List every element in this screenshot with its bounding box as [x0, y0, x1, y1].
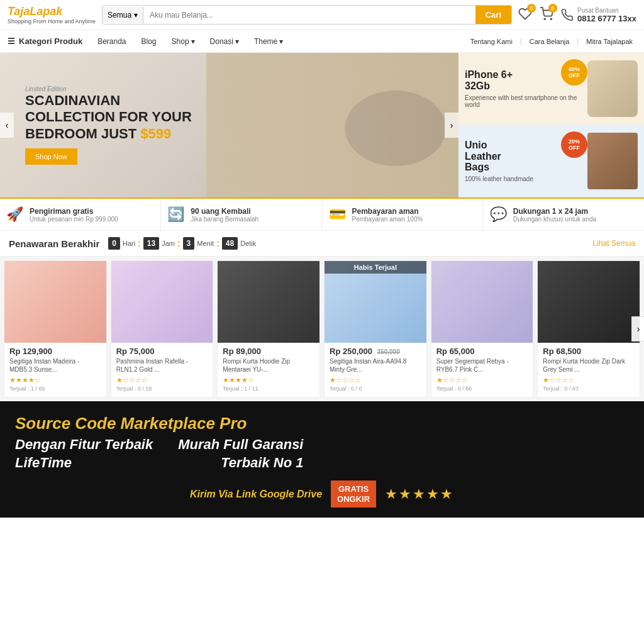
nav-theme[interactable]: Theme ▾ — [247, 37, 291, 46]
nav-right-links: Tentang Kami | Cara Belanja | Mitra Taja… — [467, 38, 636, 45]
nav-mitra[interactable]: Mitra Tajalapak — [582, 38, 636, 45]
feature-payment-text: Pembayaran aman Pembayaran aman 100% — [352, 207, 423, 223]
phone-number: 0812 6777 13xx — [577, 14, 636, 23]
lihat-semua-link[interactable]: Lihat Semua — [593, 239, 635, 248]
product-card-0[interactable]: Rp 129,900 Segitiga Instan Madeira - MDB… — [4, 260, 107, 397]
bags-badge: 20% OFF — [561, 131, 587, 158]
deals-title: Penawaran Berakhir — [9, 238, 99, 249]
header-icons: 0 6 Pusat Bantuan 0812 6777 13xx — [518, 7, 636, 23]
nav-tentang[interactable]: Tentang Kami — [467, 38, 516, 45]
product-sold-5: Terjual : 0 / 87 — [538, 384, 640, 392]
hero-title: SCADINAVIAN COLLECTION FOR YOUR BEDROOM … — [25, 92, 192, 142]
product-card-1[interactable]: Rp 75,000 Pashmina Instan Rafella - RLN1… — [111, 260, 214, 397]
logo-tagline: Shopping From Home and Anytime — [8, 18, 96, 25]
nav-cara-belanja[interactable]: Cara Belanja — [526, 38, 574, 45]
feature-shipping-sub: Untuk pesanan min Rp 999.000 — [30, 216, 118, 223]
chat-icon: 💬 — [490, 206, 507, 223]
product-stars-2: ★★★★☆ — [218, 374, 319, 384]
nav-links: Beranda Blog Shop ▾ Donasi ▾ Theme ▾ — [90, 37, 467, 46]
feature-support-sub: Dukungan khusus untuk anda — [513, 216, 596, 223]
feature-shipping-text: Pengiriman gratis Untuk pesanan min Rp 9… — [30, 207, 118, 223]
rocket-icon: 🚀 — [6, 206, 23, 223]
countdown-timer: 0 Hari : 13 Jam : 3 Menit : 48 Detik — [108, 237, 256, 250]
chevron-shop: ▾ — [191, 37, 195, 46]
svg-point-0 — [544, 18, 545, 19]
refresh-icon: 🔄 — [167, 206, 184, 223]
search-button[interactable]: Cari — [475, 6, 511, 24]
kategori-produk-btn[interactable]: ☰ Kategori Produk — [8, 36, 90, 46]
nav-shop[interactable]: Shop ▾ — [164, 37, 203, 46]
slider-next-button[interactable]: › — [445, 113, 458, 138]
habis-terjual-badge: Habis Terjual — [325, 261, 426, 274]
product-img-inner-0 — [4, 261, 106, 343]
bags-image — [587, 133, 638, 189]
bottom-promo-section: Source Code Marketplace Pro Dengan Fitur… — [0, 401, 644, 518]
product-sold-2: Terjual : 1 / 11 — [218, 384, 319, 392]
side-banner-bags[interactable]: UnioLeatherBags 100% leather handmade 20… — [458, 125, 644, 197]
product-card-5[interactable]: Rp 68,500 Rompi Kurta Hoodie Zip Dark Gr… — [537, 260, 640, 397]
promo-sub-right: Murah Full Garansi Terbaik No 1 — [178, 436, 303, 472]
product-img-5 — [538, 261, 640, 343]
search-category-dropdown[interactable]: Semua ▾ — [103, 7, 143, 23]
svg-point-1 — [550, 18, 552, 19]
product-name-4: Super Segiempat Rebya - RYB6.7 Pink C... — [431, 357, 533, 374]
gratis-ongkir-badge: GRATIS ONGKIR — [331, 480, 376, 508]
product-card-2[interactable]: Rp 89,000 Rompi Kurta Hoodie Zip Mentara… — [217, 260, 320, 397]
feature-return: 🔄 90 uang Kembali Jika barang Bermasalah — [161, 199, 322, 230]
nav-beranda[interactable]: Beranda — [90, 37, 133, 46]
product-img-inner-1 — [111, 261, 213, 343]
iphone-badge: 40% OFF — [561, 59, 587, 86]
product-stars-1: ★☆☆☆☆ — [111, 374, 213, 384]
product-img-0 — [4, 261, 106, 343]
feature-return-sub: Jika barang Bermasalah — [191, 216, 258, 223]
wishlist-badge: 0 — [527, 4, 536, 13]
timer-seconds-label: Detik — [240, 240, 256, 247]
feature-support: 💬 Dukungan 1 x 24 jam Dukungan khusus un… — [484, 199, 644, 230]
timer-hours-label: Jam — [162, 240, 175, 247]
kirim-text: Kirim Via Link Google Drive — [190, 489, 322, 500]
feature-shipping-title: Pengiriman gratis — [30, 207, 118, 216]
feature-support-text: Dukungan 1 x 24 jam Dukungan khusus untu… — [513, 207, 596, 223]
hero-slider: Limited Edition SCADINAVIAN COLLECTION F… — [0, 53, 458, 197]
shop-now-button[interactable]: Shop Now — [25, 148, 77, 165]
top-header: TajaLapak Shopping From Home and Anytime… — [0, 0, 644, 30]
products-next-button[interactable]: › — [631, 316, 644, 341]
hamburger-icon: ☰ — [8, 36, 15, 46]
product-card-4[interactable]: Rp 65,000 Super Segiempat Rebya - RYB6.7… — [431, 260, 534, 397]
features-row: 🚀 Pengiriman gratis Untuk pesanan min Rp… — [0, 197, 644, 231]
iphone-image — [587, 60, 638, 117]
nav-donasi[interactable]: Donasi ▾ — [203, 37, 247, 46]
product-price-0: Rp 129,900 — [4, 343, 106, 357]
chevron-theme: ▾ — [279, 37, 283, 46]
product-img-2 — [218, 261, 319, 343]
product-card-3[interactable]: Habis Terjual Rp 250,000 350,000 Segitig… — [324, 260, 427, 397]
slider-prev-button[interactable]: ‹ — [0, 113, 14, 138]
product-img-inner-4 — [431, 261, 533, 343]
side-banner-iphone[interactable]: iPhone 6+32Gb Experience with best smart… — [458, 53, 644, 125]
product-img-inner-5 — [538, 261, 640, 343]
kategori-label: Kategori Produk — [19, 36, 82, 46]
feature-payment-sub: Pembayaran aman 100% — [352, 216, 423, 223]
nav-bar: ☰ Kategori Produk Beranda Blog Shop ▾ Do… — [0, 30, 644, 53]
product-stars-0: ★★★★☆ — [4, 374, 106, 384]
product-sold-4: Terjual : 0 / 66 — [431, 384, 533, 392]
product-name-3: Segitiga Instan Aira-AA94.8 Minty Gre... — [325, 357, 426, 374]
promo-footer: Kirim Via Link Google Drive GRATIS ONGKI… — [15, 480, 629, 508]
deals-header: Penawaran Berakhir 0 Hari : 13 Jam : 3 M… — [0, 231, 644, 257]
product-stars-5: ★☆☆☆☆ — [538, 374, 640, 384]
hero-slide: Limited Edition SCADINAVIAN COLLECTION F… — [0, 53, 458, 197]
cart-icon-wrap[interactable]: 6 — [540, 7, 553, 23]
timer-seconds: 48 — [222, 237, 238, 250]
product-price-1: Rp 75,000 — [111, 343, 213, 357]
side-banners: iPhone 6+32Gb Experience with best smart… — [458, 53, 644, 197]
promo-sub-lines: Dengan Fitur Terbaik LifeTime Murah Full… — [15, 436, 629, 472]
search-input[interactable] — [143, 7, 475, 23]
phone-icon — [561, 9, 574, 21]
logo-title: TajaLapak — [8, 5, 96, 18]
product-name-2: Rompi Kurta Hoodie Zip Mentaraei YU-... — [218, 357, 319, 374]
product-img-4 — [431, 261, 533, 343]
search-category-label: Semua — [108, 11, 131, 19]
wishlist-icon-wrap[interactable]: 0 — [518, 7, 532, 23]
nav-blog[interactable]: Blog — [134, 37, 164, 46]
product-img-inner-2 — [218, 261, 319, 343]
